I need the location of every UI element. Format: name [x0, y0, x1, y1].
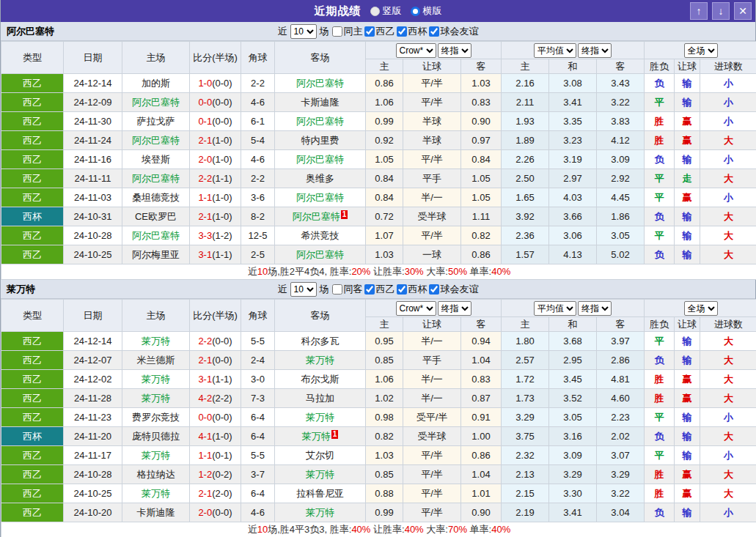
corner-count-cell: 6-4 [241, 408, 275, 427]
filter-checkbox[interactable] [364, 284, 375, 295]
bookmaker-select-group: Crow*终指 [366, 300, 502, 317]
odds-away-cell: 1.04 [461, 351, 502, 370]
sub-header-home-odds: 主 [366, 59, 403, 74]
result-outcome-cell: 胜 [645, 112, 675, 131]
match-row: 西乙24-11-28莱万特4-2(2-2)7-3马拉加1.02半/一0.871.… [1, 389, 756, 408]
close-button[interactable]: ✕ [734, 2, 752, 20]
move-up-button[interactable]: ↑ [690, 2, 708, 20]
bookmaker-select[interactable]: Crow* [396, 43, 436, 58]
filter-checkbox[interactable] [397, 284, 407, 295]
result-goals-cell: 大 [700, 226, 756, 245]
home-team-cell: 阿尔梅里亚 [122, 245, 190, 264]
match-row: 西杯24-10-31CE欧罗巴2-1(1-0)8-2阿尔巴塞特10.72受半球1… [1, 207, 756, 226]
result-outcome-cell: 胜 [645, 484, 675, 503]
home-team-cell: 莱万特 [122, 389, 190, 408]
result-goals-cell: 小 [700, 446, 756, 465]
team-name-title: 阿尔巴塞特 [7, 25, 54, 38]
col-header-away: 客场 [275, 42, 366, 74]
match-date-cell: 24-10-28 [64, 465, 122, 484]
filter-checkbox-option[interactable]: 球会友谊 [429, 283, 479, 296]
avg-draw-cell: 3.41 [549, 93, 597, 112]
result-handicap-cell: 赢 [675, 131, 700, 150]
filter-checkbox-option[interactable]: 西乙 [364, 25, 395, 38]
summary-text-part: 大率: [424, 524, 448, 535]
team-name: 桑坦德竞技 [132, 192, 180, 203]
avg-away-cell: 2.86 [597, 351, 645, 370]
corner-count-cell: 5-4 [241, 131, 275, 150]
match-count-select[interactable]: 10 [290, 282, 317, 297]
home-team-cell: 庞特贝德拉 [122, 427, 190, 446]
filter-checkbox[interactable] [397, 26, 407, 37]
scope-select[interactable]: 全场 [684, 301, 718, 316]
odds-away-cell: 0.97 [461, 131, 502, 150]
filter-checkbox[interactable] [429, 26, 439, 37]
result-handicap-cell: 输 [675, 207, 700, 226]
result-outcome-cell: 胜 [645, 389, 675, 408]
filter-checkbox-option[interactable]: 同主 [332, 25, 363, 38]
radio-icon[interactable] [411, 7, 420, 16]
team-name: 米兰德斯 [137, 355, 175, 366]
sub-header-avg-draw: 和 [549, 317, 597, 332]
sub-header-avg-away: 客 [597, 317, 645, 332]
match-row: 西乙24-10-20卡斯迪隆2-0(0-0)4-6莱万特0.99平/半0.902… [1, 503, 756, 522]
summary-text-part: 让胜率: [370, 266, 404, 277]
result-goals-cell: 大 [700, 332, 756, 351]
odds-handicap-cell: 平/半 [403, 74, 461, 93]
sub-header-avg-away: 客 [597, 59, 645, 74]
odds-time-select-2[interactable]: 终指 [578, 43, 612, 58]
scope-select[interactable]: 全场 [684, 43, 718, 58]
result-handicap-cell: 赢 [675, 465, 700, 484]
halftime-score: (1-0) [212, 211, 232, 222]
odds-time-select-1[interactable]: 终指 [438, 43, 471, 58]
odds-time-select-1[interactable]: 终指 [438, 301, 471, 316]
halftime-score: (0-0) [212, 97, 232, 108]
filter-checkbox-option[interactable]: 球会友谊 [429, 25, 479, 38]
layout-radio-option[interactable]: 横版 [411, 4, 442, 18]
sub-header-goals: 进球数 [700, 317, 756, 332]
col-header-corner: 角球 [241, 42, 275, 74]
match-date-cell: 24-11-30 [64, 112, 122, 131]
avg-draw-cell: 3.45 [549, 370, 597, 389]
fulltime-score: 4-2 [198, 393, 212, 404]
result-handicap-cell: 输 [675, 226, 700, 245]
result-outcome-cell: 胜 [645, 131, 675, 150]
team-name: 莱万特 [142, 374, 170, 385]
radio-icon[interactable] [370, 7, 380, 16]
match-date-cell: 24-11-16 [64, 150, 122, 169]
layout-radio-option[interactable]: 竖版 [370, 4, 402, 18]
score-cell: 2-0(0-0) [190, 503, 241, 522]
odds-handicap-cell: 平手 [403, 351, 461, 370]
filter-checkbox-option[interactable]: 同客 [332, 283, 363, 296]
result-goals-cell: 大 [700, 351, 756, 370]
filter-checkbox-option[interactable]: 西乙 [364, 283, 395, 296]
filter-checkbox[interactable] [429, 284, 439, 295]
bookmaker-select[interactable]: Crow* [396, 301, 436, 316]
avg-home-cell: 2.19 [502, 503, 549, 522]
odds-time-select-2[interactable]: 终指 [578, 301, 612, 316]
move-down-button[interactable]: ↓ [712, 2, 730, 20]
filter-checkbox-option[interactable]: 西杯 [397, 25, 427, 38]
score-cell: 2-0(1-0) [190, 150, 241, 169]
filter-checkbox[interactable] [332, 26, 342, 37]
team-name: 卡斯迪隆 [137, 507, 175, 518]
result-goals-cell: 大 [700, 245, 756, 264]
score-cell: 1-1(0-1) [190, 446, 241, 465]
competition-type-cell: 西乙 [1, 112, 64, 131]
corner-count-cell: 5-5 [241, 446, 275, 465]
filter-checkbox-option[interactable]: 西杯 [397, 283, 427, 296]
match-count-select[interactable]: 10 [290, 24, 317, 39]
odds-handicap-cell: 受半球 [403, 207, 461, 226]
fulltime-score: 2-2 [198, 336, 212, 347]
filter-checkbox[interactable] [364, 26, 375, 37]
filter-checkbox[interactable] [332, 284, 342, 295]
average-select[interactable]: 平均值 [534, 301, 576, 316]
red-card-badge: 1 [341, 210, 348, 219]
match-row: 西乙24-10-28格拉纳达1-2(0-2)3-7莱万特0.85平/半1.042… [1, 465, 756, 484]
average-select[interactable]: 平均值 [534, 43, 576, 58]
match-row: 西乙24-11-03桑坦德竞技1-1(1-0)3-6阿尔巴塞特0.84半/一1.… [1, 188, 756, 207]
avg-draw-cell: 3.09 [549, 446, 597, 465]
odds-home-cell: 0.85 [366, 465, 403, 484]
team-name: 萨拉戈萨 [137, 116, 175, 127]
away-team-cell: 阿尔巴塞特 [275, 74, 366, 93]
average-select-group: 平均值终指 [502, 42, 645, 59]
